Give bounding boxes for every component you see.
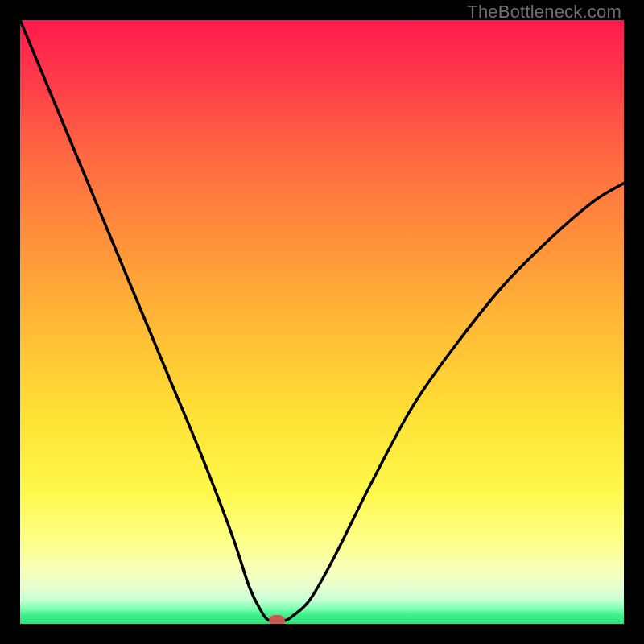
watermark-text: TheBottleneck.com	[467, 2, 621, 23]
chart-frame: TheBottleneck.com	[0, 0, 644, 644]
optimal-marker	[269, 615, 285, 624]
plot-area	[20, 20, 624, 624]
bottleneck-curve	[20, 20, 624, 624]
